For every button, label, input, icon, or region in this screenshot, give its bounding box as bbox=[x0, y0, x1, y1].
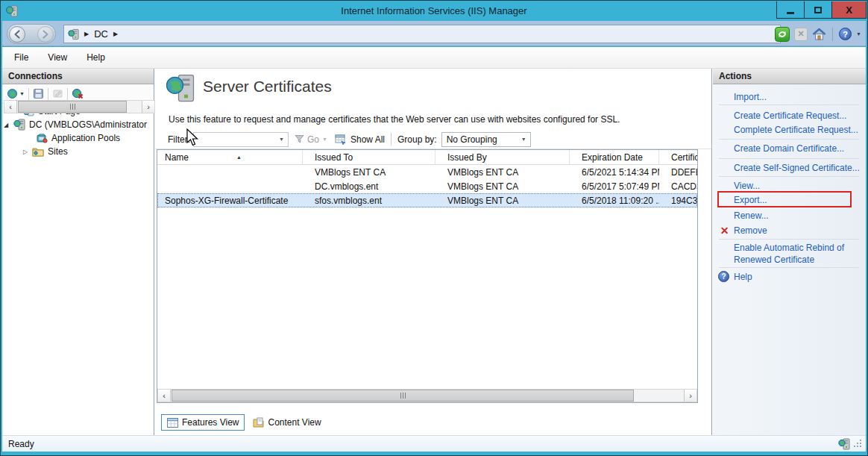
go-button[interactable]: Go ▼ bbox=[295, 134, 327, 145]
stop-button[interactable]: ✕ bbox=[794, 28, 808, 41]
connect-dropdown-icon[interactable]: ▼ bbox=[19, 91, 25, 96]
scrollbar-thumb[interactable] bbox=[172, 390, 634, 402]
scroll-left-button[interactable]: ‹ bbox=[4, 101, 17, 113]
status-text: Ready bbox=[8, 439, 34, 449]
table-row[interactable]: VMBlogs ENT CA VMBlogs ENT CA 6/5/2021 5… bbox=[157, 165, 697, 179]
list-hscrollbar[interactable]: ‹ › bbox=[157, 389, 697, 402]
separator bbox=[719, 176, 859, 177]
action-create-domain-certificate[interactable]: Create Domain Certificate... bbox=[734, 142, 844, 155]
minimize-button[interactable] bbox=[776, 1, 804, 19]
separator bbox=[719, 158, 859, 159]
scroll-left-button[interactable]: ‹ bbox=[158, 390, 171, 402]
action-remove[interactable]: Remove bbox=[734, 224, 767, 237]
create-connection-button[interactable]: ▼ bbox=[7, 88, 25, 99]
forward-button[interactable] bbox=[37, 26, 54, 43]
menu-view[interactable]: View bbox=[40, 49, 75, 66]
toolbar-separator bbox=[48, 88, 48, 100]
application-pools-icon bbox=[36, 132, 48, 144]
cell-name: Sophos-XG-Firewall-Certificate bbox=[157, 196, 303, 206]
column-header-name[interactable]: Name ▲ bbox=[157, 150, 303, 164]
server-certificates-panel: Server Certificates Use this feature to … bbox=[155, 69, 712, 435]
action-create-self-signed-certificate[interactable]: Create Self-Signed Certificate... bbox=[734, 161, 860, 175]
status-bar: Ready bbox=[2, 435, 866, 452]
chevron-down-icon[interactable]: ▼ bbox=[279, 137, 284, 142]
collapse-icon[interactable]: ◢ bbox=[2, 122, 10, 128]
separator bbox=[719, 267, 859, 268]
column-header-expiration-date[interactable]: Expiration Date bbox=[570, 150, 659, 164]
cell-hash: 194C3E75 bbox=[659, 196, 697, 206]
scrollbar-thumb[interactable] bbox=[18, 101, 127, 113]
column-label: Expiration Date bbox=[582, 152, 643, 163]
save-connection-button[interactable] bbox=[33, 88, 44, 99]
action-help[interactable]: Help bbox=[734, 270, 752, 284]
help-dropdown-icon[interactable]: ▼ bbox=[856, 31, 861, 37]
group-by-select[interactable]: No Grouping ▼ bbox=[441, 132, 531, 147]
column-label: Issued By bbox=[447, 152, 487, 163]
disconnect-button[interactable] bbox=[72, 88, 84, 99]
separator bbox=[719, 139, 859, 140]
refresh-button[interactable] bbox=[775, 27, 790, 42]
features-view-icon bbox=[167, 418, 178, 428]
action-import[interactable]: Import... bbox=[734, 90, 767, 104]
table-row[interactable]: DC.vmblogs.ent VMBlogs ENT CA 6/5/2017 5… bbox=[157, 179, 697, 193]
cell-issued-by: VMBlogs ENT CA bbox=[435, 196, 570, 206]
action-enable-automatic-rebind[interactable]: Enable Automatic Rebind of Renewed Certi… bbox=[734, 242, 862, 266]
help-icon: ? bbox=[718, 271, 731, 282]
chevron-down-icon[interactable]: ▼ bbox=[521, 137, 526, 142]
sites-folder-icon bbox=[32, 146, 44, 157]
breadcrumb[interactable]: ▶ DC ▶ bbox=[63, 25, 781, 43]
cell-issued-by: VMBlogs ENT CA bbox=[435, 181, 570, 192]
tree-item-sites[interactable]: ▷ Sites bbox=[2, 145, 154, 158]
table-row-selected[interactable]: Sophos-XG-Firewall-Certificate sfos.vmbl… bbox=[157, 193, 697, 207]
column-header-issued-to[interactable]: Issued To bbox=[303, 150, 435, 164]
column-header-certificate-hash[interactable]: Certificat bbox=[659, 150, 697, 164]
tree-item-application-pools[interactable]: Application Pools bbox=[2, 131, 154, 145]
column-header-issued-by[interactable]: Issued By bbox=[435, 150, 570, 164]
breadcrumb-arrow-icon: ▶ bbox=[113, 31, 118, 37]
scroll-right-button[interactable]: › bbox=[684, 390, 696, 402]
edit-connection-button[interactable] bbox=[52, 88, 63, 99]
menu-help[interactable]: Help bbox=[79, 49, 113, 66]
close-button[interactable]: X bbox=[831, 1, 867, 19]
actions-header: Actions bbox=[713, 69, 866, 84]
certificates-list: Name ▲ Issued To Issued By Expiration Da… bbox=[157, 149, 698, 403]
menu-bar: File View Help bbox=[2, 47, 866, 69]
connections-hscrollbar[interactable]: ‹ › bbox=[4, 100, 155, 113]
tab-content-view[interactable]: Content View bbox=[247, 414, 327, 431]
show-all-button[interactable]: Show All bbox=[335, 134, 385, 145]
home-button[interactable] bbox=[812, 28, 826, 41]
column-label: Certificat bbox=[671, 152, 697, 163]
scroll-right-button[interactable]: › bbox=[142, 101, 154, 113]
tree-item-server-dc[interactable]: ◢ DC (VMBLOGS\Administrator bbox=[2, 118, 154, 131]
remove-x-icon: ✕ bbox=[718, 224, 731, 237]
action-renew[interactable]: Renew... bbox=[734, 209, 769, 222]
help-button[interactable]: ? bbox=[839, 28, 852, 40]
go-dropdown-icon[interactable]: ▼ bbox=[322, 137, 327, 142]
status-right bbox=[838, 438, 863, 450]
actions-panel: Actions Import... Create Certificate Req… bbox=[713, 69, 866, 435]
window-title: Internet Information Services (IIS) Mana… bbox=[1, 5, 867, 16]
breadcrumb-arrow-icon: ▶ bbox=[84, 31, 89, 37]
breadcrumb-node-dc[interactable]: DC bbox=[94, 28, 108, 40]
content-view-icon bbox=[253, 417, 264, 428]
connections-header: Connections bbox=[2, 69, 154, 84]
toolbar-separator bbox=[28, 88, 29, 100]
iis-status-icon bbox=[838, 438, 850, 450]
minimize-icon bbox=[787, 12, 794, 14]
maximize-button[interactable] bbox=[804, 1, 831, 19]
menu-file[interactable]: File bbox=[7, 49, 36, 66]
resize-grip-icon[interactable] bbox=[853, 439, 863, 449]
action-complete-certificate-request[interactable]: Complete Certificate Request... bbox=[734, 123, 858, 137]
toolbar-separator bbox=[67, 88, 68, 100]
back-button[interactable] bbox=[9, 26, 25, 43]
action-create-certificate-request[interactable]: Create Certificate Request... bbox=[734, 109, 846, 122]
cell-hash: DDEFB1C bbox=[659, 167, 697, 178]
address-bar: ▶ DC ▶ ✕ ? ▼ bbox=[2, 21, 866, 46]
cell-expiration: 6/5/2018 11:09:20 ... bbox=[570, 196, 659, 206]
separator bbox=[719, 239, 859, 240]
expand-icon[interactable]: ▷ bbox=[22, 149, 29, 155]
filter-input[interactable]: ▼ bbox=[193, 132, 289, 147]
nav-buttons bbox=[7, 24, 56, 44]
go-label: Go bbox=[307, 134, 319, 145]
tab-features-view[interactable]: Features View bbox=[161, 414, 245, 431]
